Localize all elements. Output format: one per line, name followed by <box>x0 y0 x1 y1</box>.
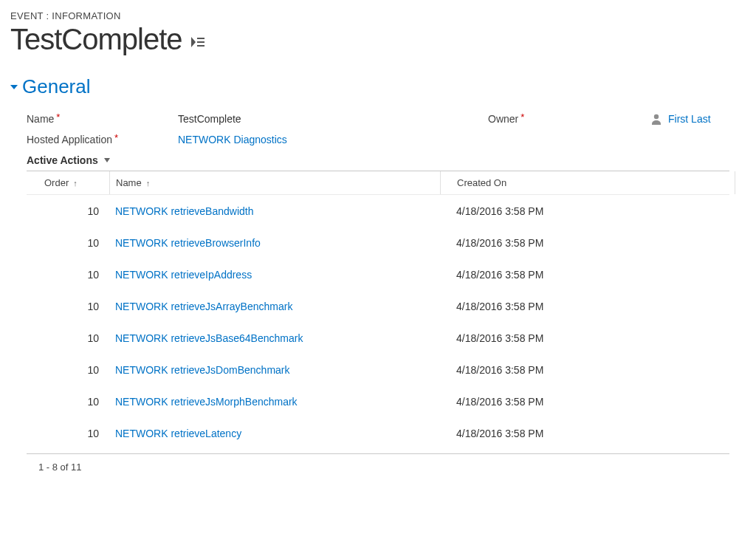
cell-order: 10 <box>27 396 109 408</box>
cell-order: 10 <box>27 364 109 376</box>
table-row[interactable]: 10NETWORK retrieveJsBase64Benchmark4/18/… <box>27 322 729 354</box>
cell-created: 4/18/2016 3:58 PM <box>440 364 735 376</box>
cell-name-link[interactable]: NETWORK retrieveJsMorphBenchmark <box>109 396 440 408</box>
cell-created: 4/18/2016 3:58 PM <box>440 205 735 217</box>
section-label: General <box>22 75 91 98</box>
sort-asc-icon: ↑ <box>146 179 151 188</box>
cell-order: 10 <box>27 205 109 217</box>
svg-rect-2 <box>197 41 205 43</box>
cell-created: 4/18/2016 3:58 PM <box>440 396 735 408</box>
hostedapp-label: Hosted Application* <box>27 134 178 145</box>
table-row[interactable]: 10NETWORK retrieveJsDomBenchmark4/18/201… <box>27 354 729 385</box>
name-value[interactable]: TestComplete <box>178 113 488 125</box>
svg-rect-1 <box>197 38 205 39</box>
table-row[interactable]: 10NETWORK retrieveJsMorphBenchmark4/18/2… <box>27 385 729 417</box>
active-actions-toggle[interactable]: Active Actions <box>27 154 729 166</box>
cell-created: 4/18/2016 3:58 PM <box>440 237 735 249</box>
svg-marker-0 <box>191 37 196 47</box>
cell-name-link[interactable]: NETWORK retrieveJsBase64Benchmark <box>109 332 440 344</box>
cell-created: 4/18/2016 3:58 PM <box>440 332 735 344</box>
page-title: TestComplete <box>10 23 182 56</box>
name-label: Name* <box>27 113 178 125</box>
collapse-icon <box>10 85 18 89</box>
pagination-status: 1 - 8 of 11 <box>27 453 729 473</box>
cell-name-link[interactable]: NETWORK retrieveBandwidth <box>109 205 440 217</box>
cell-created: 4/18/2016 3:58 PM <box>440 301 735 312</box>
cell-name-link[interactable]: NETWORK retrieveLatency <box>109 428 440 439</box>
cell-name-link[interactable]: NETWORK retrieveIpAddress <box>109 269 440 281</box>
owner-value[interactable]: First Last <box>650 113 756 125</box>
cell-order: 10 <box>27 301 109 312</box>
cell-created: 4/18/2016 3:58 PM <box>440 269 735 281</box>
col-created[interactable]: Created On <box>440 171 735 194</box>
person-icon <box>650 113 662 125</box>
breadcrumb: EVENT : INFORMATION <box>10 10 746 21</box>
table-row[interactable]: 10NETWORK retrieveLatency4/18/2016 3:58 … <box>27 417 729 449</box>
table-row[interactable]: 10NETWORK retrieveJsArrayBenchmark4/18/2… <box>27 290 729 322</box>
col-order[interactable]: Order↑ <box>27 171 109 194</box>
cell-order: 10 <box>27 428 109 439</box>
cell-name-link[interactable]: NETWORK retrieveJsDomBenchmark <box>109 364 440 376</box>
section-toggle-general[interactable]: General <box>10 75 746 98</box>
hostedapp-value[interactable]: NETWORK Diagnostics <box>178 134 488 145</box>
cell-name-link[interactable]: NETWORK retrieveJsArrayBenchmark <box>109 301 440 312</box>
svg-point-4 <box>654 114 659 119</box>
table-row[interactable]: 10NETWORK retrieveBandwidth4/18/2016 3:5… <box>27 195 729 227</box>
grid-header: Order↑ Name↑ Created On <box>27 171 729 195</box>
actions-grid: Order↑ Name↑ Created On 10NETWORK retrie… <box>27 171 729 473</box>
table-row[interactable]: 10NETWORK retrieveIpAddress4/18/2016 3:5… <box>27 258 729 290</box>
cell-order: 10 <box>27 269 109 281</box>
chevron-down-icon <box>104 158 110 162</box>
owner-label: Owner* <box>488 113 650 125</box>
svg-rect-3 <box>197 45 205 47</box>
cell-order: 10 <box>27 332 109 344</box>
col-name[interactable]: Name↑ <box>109 171 440 194</box>
title-menu-icon[interactable] <box>191 30 205 49</box>
cell-order: 10 <box>27 237 109 249</box>
sort-asc-icon: ↑ <box>73 179 78 188</box>
table-row[interactable]: 10NETWORK retrieveBrowserInfo4/18/2016 3… <box>27 227 729 258</box>
cell-name-link[interactable]: NETWORK retrieveBrowserInfo <box>109 237 440 249</box>
cell-created: 4/18/2016 3:58 PM <box>440 428 735 439</box>
